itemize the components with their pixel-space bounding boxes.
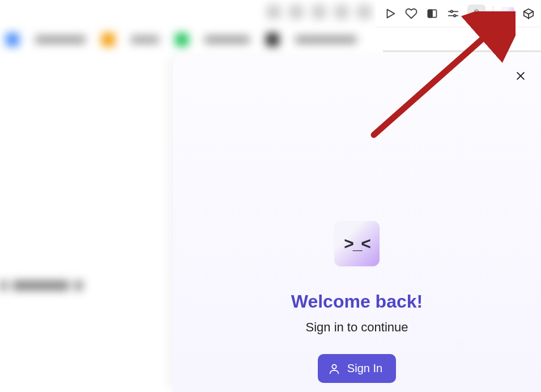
user-icon bbox=[328, 363, 340, 375]
welcome-heading: Welcome back! bbox=[291, 291, 423, 312]
toolbar-separator bbox=[493, 6, 493, 22]
profile-chip-icon[interactable] bbox=[467, 5, 485, 23]
sliders-icon[interactable] bbox=[446, 7, 460, 20]
svg-marker-0 bbox=[387, 9, 395, 18]
app-logo-glyph: >_< bbox=[344, 234, 370, 253]
play-outline-icon[interactable] bbox=[384, 7, 397, 20]
sign-in-button[interactable]: Sign In bbox=[318, 354, 396, 383]
popup-content: >_< Welcome back! Sign in to continue Si… bbox=[244, 221, 470, 383]
heart-icon[interactable] bbox=[404, 7, 418, 20]
welcome-subtitle: Sign in to continue bbox=[305, 320, 408, 335]
tab-strip-underline bbox=[383, 50, 541, 52]
half-square-icon[interactable] bbox=[425, 7, 439, 20]
svg-point-10 bbox=[332, 364, 336, 368]
app-logo: >_< bbox=[334, 221, 380, 266]
svg-point-6 bbox=[454, 14, 456, 16]
sign-in-button-label: Sign In bbox=[347, 362, 382, 375]
cube-icon[interactable] bbox=[522, 7, 535, 20]
svg-point-5 bbox=[450, 10, 453, 12]
svg-rect-2 bbox=[428, 10, 433, 17]
extension-app-icon-glyph: >_< bbox=[502, 10, 514, 18]
close-button[interactable] bbox=[513, 68, 529, 84]
browser-toolbar-right: >_< bbox=[376, 0, 541, 27]
svg-point-7 bbox=[475, 10, 479, 14]
extension-app-icon[interactable]: >_< bbox=[501, 7, 514, 20]
extension-popup-panel: >_< Welcome back! Sign in to continue Si… bbox=[173, 57, 541, 392]
